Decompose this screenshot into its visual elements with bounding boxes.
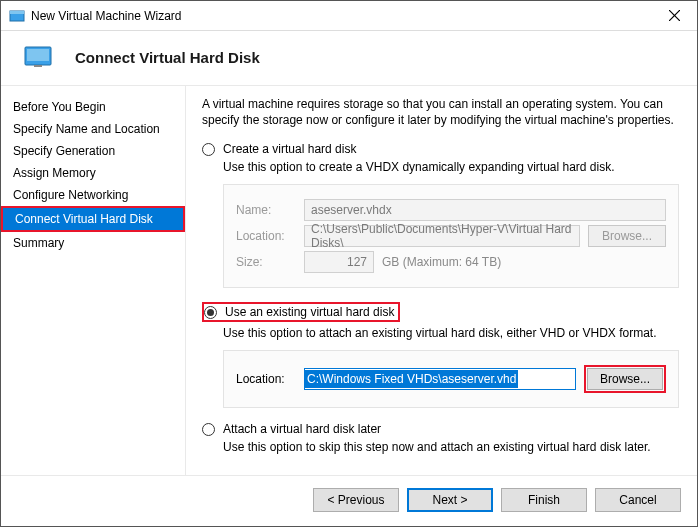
location-field: C:\Users\Public\Documents\Hyper-V\Virtua…	[304, 225, 580, 247]
window-title: New Virtual Machine Wizard	[31, 9, 652, 23]
option-attach-later-desc: Use this option to skip this step now an…	[223, 440, 679, 454]
main-content: A virtual machine requires storage so th…	[186, 86, 697, 475]
page-title: Connect Virtual Hard Disk	[75, 49, 260, 66]
sidebar-item-specify-name[interactable]: Specify Name and Location	[1, 118, 185, 140]
footer-buttons: < Previous Next > Finish Cancel	[1, 475, 697, 526]
sidebar-item-before-you-begin[interactable]: Before You Begin	[1, 96, 185, 118]
monitor-icon	[23, 45, 55, 69]
radio-icon	[202, 143, 215, 156]
name-field: aseserver.vhdx	[304, 199, 666, 221]
app-icon	[9, 8, 25, 24]
sidebar-item-connect-vhd[interactable]: Connect Virtual Hard Disk	[3, 208, 183, 230]
page-header: Connect Virtual Hard Disk	[1, 31, 697, 86]
option-create-vhd-desc: Use this option to create a VHDX dynamic…	[223, 160, 679, 174]
option-attach-later[interactable]: Attach a virtual hard disk later	[202, 422, 679, 436]
browse-button[interactable]: Browse...	[587, 368, 663, 390]
sidebar-item-summary[interactable]: Summary	[1, 232, 185, 254]
radio-icon	[202, 423, 215, 436]
svg-rect-6	[34, 65, 42, 67]
svg-rect-1	[10, 11, 24, 14]
radio-icon	[204, 306, 217, 319]
cancel-button[interactable]: Cancel	[595, 488, 681, 512]
existing-location-field[interactable]: C:\Windows Fixed VHDs\aseserver.vhd	[304, 368, 576, 390]
previous-button[interactable]: < Previous	[313, 488, 399, 512]
browse-button-disabled: Browse...	[588, 225, 666, 247]
intro-text: A virtual machine requires storage so th…	[202, 96, 679, 128]
location-label: Location:	[236, 229, 296, 243]
svg-rect-5	[27, 49, 49, 61]
sidebar-item-specify-generation[interactable]: Specify Generation	[1, 140, 185, 162]
wizard-window: New Virtual Machine Wizard Connect Virtu…	[0, 0, 698, 527]
option-create-vhd-label: Create a virtual hard disk	[223, 142, 356, 156]
name-label: Name:	[236, 203, 296, 217]
close-button[interactable]	[652, 1, 697, 30]
option-use-existing-desc: Use this option to attach an existing vi…	[223, 326, 679, 340]
body: Before You Begin Specify Name and Locati…	[1, 86, 697, 475]
existing-location-value: C:\Windows Fixed VHDs\aseserver.vhd	[305, 370, 518, 388]
existing-vhd-panel: Location: C:\Windows Fixed VHDs\aseserve…	[223, 350, 679, 408]
size-suffix: GB (Maximum: 64 TB)	[382, 255, 501, 269]
existing-location-label: Location:	[236, 372, 296, 386]
option-create-vhd[interactable]: Create a virtual hard disk	[202, 142, 679, 156]
size-field: 127	[304, 251, 374, 273]
sidebar-item-configure-networking[interactable]: Configure Networking	[1, 184, 185, 206]
option-attach-later-label: Attach a virtual hard disk later	[223, 422, 381, 436]
option-use-existing[interactable]: Use an existing virtual hard disk	[202, 302, 679, 322]
sidebar-item-assign-memory[interactable]: Assign Memory	[1, 162, 185, 184]
finish-button[interactable]: Finish	[501, 488, 587, 512]
size-label: Size:	[236, 255, 296, 269]
option-use-existing-label: Use an existing virtual hard disk	[225, 305, 394, 319]
titlebar: New Virtual Machine Wizard	[1, 1, 697, 31]
create-vhd-panel: Name: aseserver.vhdx Location: C:\Users\…	[223, 184, 679, 288]
next-button[interactable]: Next >	[407, 488, 493, 512]
wizard-steps-sidebar: Before You Begin Specify Name and Locati…	[1, 86, 186, 475]
